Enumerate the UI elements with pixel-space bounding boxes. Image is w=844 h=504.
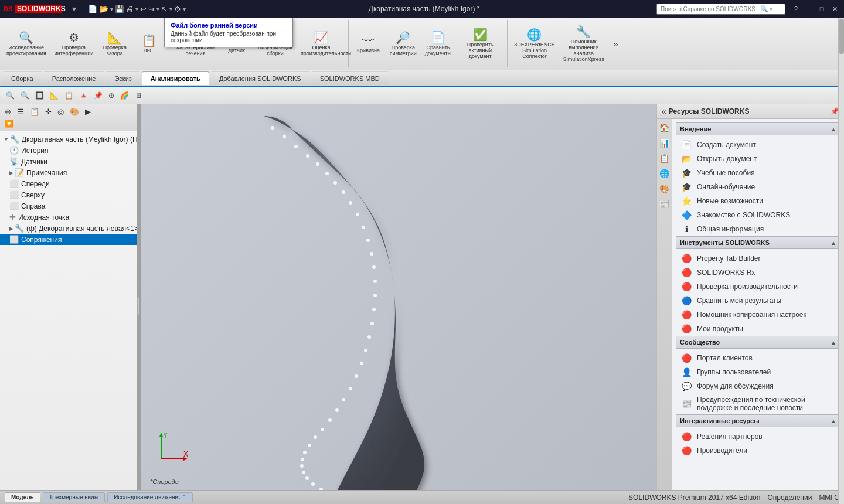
tree-sensors[interactable]: 📡 Датчики xyxy=(0,156,139,167)
view-display-btn[interactable]: 🖥 xyxy=(132,90,144,101)
rp-manufacturers[interactable]: 🔴 Производители xyxy=(676,444,840,458)
lp-prop-btn[interactable]: 📋 xyxy=(28,106,42,117)
open-file-icon[interactable]: 📂 xyxy=(99,5,108,13)
undo-icon[interactable]: ↩ xyxy=(140,5,147,13)
cursor-icon[interactable]: ↖ xyxy=(161,5,168,13)
rp-open-doc[interactable]: 📂 Открыть документ xyxy=(676,152,840,166)
rp-partner-solutions[interactable]: 🔴 Решения партнеров xyxy=(676,430,840,444)
tab-layout[interactable]: Расположение xyxy=(43,71,105,85)
toolbar-performance[interactable]: 📈 Оценкапроизводительности xyxy=(298,30,345,58)
rp-collapse-btn[interactable]: « xyxy=(662,107,666,116)
rp-getting-started[interactable]: 🔷 Знакомство с SOLIDWORKS xyxy=(676,208,840,222)
rp-perf-check[interactable]: 🔴 Проверка производительности xyxy=(676,280,840,294)
section-intro-header[interactable]: Введение ▲ xyxy=(676,122,840,135)
toolbar-symmetry[interactable]: 🔎 Проверкасимметрии xyxy=(387,30,420,58)
search-input[interactable] xyxy=(661,6,760,12)
tab-addins[interactable]: Добавления SOLIDWORKS xyxy=(210,71,310,85)
view-measure-btn[interactable]: 📐 xyxy=(47,90,61,101)
view-target-btn[interactable]: ⊕ xyxy=(106,90,117,101)
tree-front[interactable]: ⬜ Спереди xyxy=(0,178,139,189)
rp-user-groups[interactable]: 👤 Группы пользователей xyxy=(676,365,840,379)
tree-top[interactable]: ⬜ Сверху xyxy=(0,189,139,200)
section-resources-header[interactable]: Интерактивные ресурсы ▲ xyxy=(676,414,840,427)
print-icon[interactable]: 🖨 xyxy=(126,5,134,13)
tab-analyze[interactable]: Анализировать xyxy=(142,71,209,85)
toolbar-clearance[interactable]: 📐 Проверказазора xyxy=(98,30,131,58)
lp-circle-btn[interactable]: ◎ xyxy=(55,106,66,117)
lp-list-btn[interactable]: ☰ xyxy=(15,106,26,117)
dropdown-arrow[interactable]: ▾ xyxy=(72,4,76,13)
toolbar-3dexperience[interactable]: 🌐 3DEXPERIENCESimulationConnector xyxy=(511,27,558,61)
tree-root[interactable]: ▼ 🔧 Дкоративная часть (Meylikh Igor) (По… xyxy=(0,134,139,145)
tree-part[interactable]: ▶ 🔧 (ф) Декоративная часть левая<1> (П..… xyxy=(0,223,139,234)
rp-customer-portal[interactable]: 🔴 Портал клиентов xyxy=(676,351,840,365)
rp-sw-rx[interactable]: 🔴 SOLIDWORKS Rx xyxy=(676,265,840,280)
toolbar-investigate[interactable]: 🔍 Исследованиепроектирования xyxy=(4,30,49,58)
rp-property-tab-builder[interactable]: 🔴 Property Tab Builder xyxy=(676,251,840,265)
tree-mates[interactable]: ⬜ Сопряжения xyxy=(0,234,139,245)
save-icon[interactable]: 💾 xyxy=(115,5,124,13)
rp-copy-settings[interactable]: 🔴 Помощник копирования настроек xyxy=(676,308,840,322)
customer-portal-icon: 🔴 xyxy=(680,353,692,363)
rp-news-btn[interactable]: 📰 xyxy=(658,197,671,210)
rp-forum[interactable]: 💬 Форум для обсуждения xyxy=(676,379,840,393)
view-search-btn[interactable]: 🔍 xyxy=(4,90,17,101)
rp-general-info[interactable]: ℹ Общая информация xyxy=(676,222,840,236)
toolbar-simulationxpress[interactable]: 🔧 Помощниквыполнения анализаSimulationXp… xyxy=(560,24,607,64)
rp-alerts[interactable]: 📰 Предупреждения по технической поддержк… xyxy=(676,393,840,414)
redo-icon[interactable]: ↪ xyxy=(148,5,155,13)
help-btn[interactable]: ? xyxy=(790,3,802,15)
toolbar-more1[interactable]: 📋 Вы... xyxy=(133,33,165,55)
view-magnify-btn[interactable]: 🔍 xyxy=(18,90,32,101)
lp-add-btn[interactable]: ⊕ xyxy=(2,106,13,117)
view-orient-btn[interactable]: 🔺 xyxy=(77,90,90,101)
rp-home-btn[interactable]: 🏠 xyxy=(658,121,671,134)
toolbar-interference[interactable]: ⚙ Проверкаинтерференции xyxy=(52,30,97,58)
toolbar-curvature[interactable]: 〰 Кривизна xyxy=(352,33,384,55)
rp-whats-new[interactable]: ⭐ Новые возможности xyxy=(676,194,840,208)
lp-color-btn[interactable]: 🎨 xyxy=(67,106,81,117)
toolbar-expand[interactable]: » xyxy=(611,20,621,67)
tree-part-label: (ф) Декоративная часть левая<1> (П... xyxy=(26,224,139,233)
lp-target-btn[interactable]: ✛ xyxy=(43,106,54,117)
tab-mbd[interactable]: SOLIDWORKS MBD xyxy=(311,71,389,85)
rp-doc-btn[interactable]: 📋 xyxy=(658,152,671,165)
close-btn[interactable]: ✕ xyxy=(829,3,840,15)
rp-color-btn[interactable]: 🎨 xyxy=(658,182,671,195)
view-color-btn[interactable]: 🌈 xyxy=(118,90,131,101)
toolbar-check-active[interactable]: ✅ Проверитьактивный документ xyxy=(457,27,503,61)
tree-notes[interactable]: ▶ 📝 Примечания xyxy=(0,167,139,178)
view-pin-btn[interactable]: 📌 xyxy=(91,90,105,101)
rp-online-training[interactable]: 🎓 Онлайн-обучение xyxy=(676,180,840,194)
tree-right[interactable]: ⬜ Справа xyxy=(0,200,139,212)
new-file-icon[interactable]: 📄 xyxy=(88,5,97,13)
status-tab-model[interactable]: Модель xyxy=(5,492,40,502)
tree-origin[interactable]: ✚ Исходная точка xyxy=(0,212,139,223)
view-window-btn[interactable]: 🔲 xyxy=(33,90,46,101)
status-tab-3d[interactable]: Трехмерные виды xyxy=(43,492,105,502)
status-tab-motion[interactable]: Исследование движения 1 xyxy=(107,492,193,502)
view-section-btn[interactable]: 📋 xyxy=(62,90,76,101)
search-bar[interactable]: 🔍 ▾ xyxy=(656,4,785,15)
rp-scrollbar[interactable] xyxy=(838,104,844,490)
rp-create-doc[interactable]: 📄 Создать документ xyxy=(676,138,840,152)
minimize-btn[interactable]: − xyxy=(803,3,815,15)
toolbar-compare-docs[interactable]: 📄 Сравнитьдокументы xyxy=(422,30,454,58)
rp-my-products[interactable]: 🔴 Мои продукты xyxy=(676,322,840,336)
svg-point-23 xyxy=(355,374,358,378)
rp-globe-btn[interactable]: 🌐 xyxy=(658,167,671,180)
section-tools-header[interactable]: Инструменты SOLIDWORKS ▲ xyxy=(676,236,840,249)
maximize-btn[interactable]: □ xyxy=(816,3,828,15)
options-icon[interactable]: ⚙ xyxy=(174,5,181,13)
lp-play-btn[interactable]: ▶ xyxy=(83,106,93,117)
viewport[interactable]: Y X *Спереди xyxy=(141,104,656,490)
tab-assembly[interactable]: Сборка xyxy=(2,71,42,85)
section-community-header[interactable]: Сообщество ▲ xyxy=(676,336,840,349)
tab-sketch[interactable]: Эскиз xyxy=(106,71,140,85)
search-dropdown[interactable]: ▾ xyxy=(770,6,772,12)
rp-compare-results[interactable]: 🔵 Сравнить мои результаты xyxy=(676,294,840,308)
section-intro-arrow: ▲ xyxy=(831,126,836,132)
tree-history[interactable]: 🕐 История xyxy=(0,145,139,156)
rp-chart-btn[interactable]: 📊 xyxy=(658,137,671,149)
rp-tutorials[interactable]: 🎓 Учебные пособия xyxy=(676,166,840,180)
